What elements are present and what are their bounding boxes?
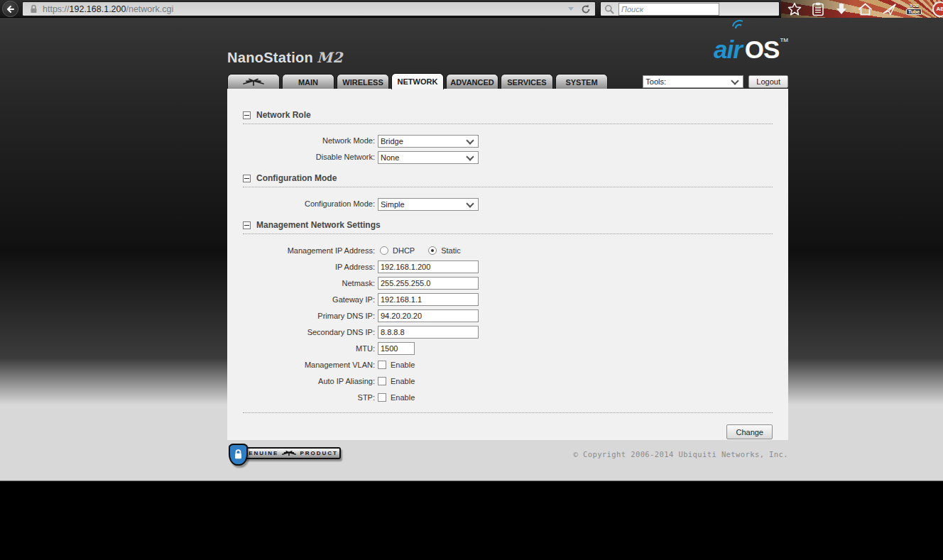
management-ip-mode-row: Management IP Address: DHCP Static	[243, 244, 773, 257]
url-path: /network.cgi	[126, 4, 173, 14]
enable-label: Enable	[391, 393, 415, 402]
stp-checkbox[interactable]	[378, 393, 386, 402]
configuration-mode-select-wrap: Simple	[378, 197, 479, 211]
auto-ip-aliasing-row: Auto IP Aliasing: Enable	[243, 375, 773, 388]
section-network-role-header: Network Role	[243, 110, 773, 124]
field-label: Gateway IP:	[243, 295, 375, 304]
enable-label: Enable	[391, 377, 415, 385]
field-label: Netmask:	[243, 279, 375, 287]
network-mode-select[interactable]: Bridge	[378, 135, 479, 148]
auto-ip-aliasing-checkbox[interactable]	[378, 377, 386, 385]
field-label: Secondary DNS IP:	[243, 328, 375, 336]
tools-select[interactable]: Tools:	[643, 75, 743, 88]
disable-network-row: Disable Network: None	[243, 150, 773, 163]
disable-network-select[interactable]: None	[378, 151, 479, 164]
bookmark-star-icon[interactable]	[787, 2, 802, 16]
dhcp-radio[interactable]	[380, 246, 388, 255]
tab-wireless[interactable]: WIRELESS	[337, 74, 389, 89]
youtube-icon[interactable]: You Tube	[906, 3, 922, 15]
mtu-input[interactable]	[378, 342, 415, 355]
bookmarks-list-icon[interactable]	[811, 2, 825, 16]
address-bar[interactable]: https://192.168.1.200/network.cgi	[22, 1, 596, 16]
tab-advanced[interactable]: ADVANCED	[446, 74, 498, 89]
section-title: Configuration Mode	[256, 173, 337, 183]
tab-label: SYSTEM	[565, 78, 597, 87]
device-title: NanoStationM2	[227, 49, 343, 66]
field-label: STP:	[243, 393, 375, 402]
url-scheme: https://	[43, 4, 70, 14]
field-label: Management VLAN:	[243, 361, 375, 369]
page-background: NanoStationM2 air OS TM MAIN WIRELESS NE…	[0, 18, 943, 560]
netmask-input[interactable]	[378, 277, 479, 290]
tools-row: Tools: Logout	[643, 75, 788, 88]
tools-select-wrap: Tools:	[643, 75, 743, 88]
tab-label: MAIN	[298, 78, 318, 87]
static-radio-label: Static	[441, 246, 461, 255]
chevron-down-icon[interactable]	[568, 7, 574, 11]
field-label: Management IP Address:	[243, 246, 375, 255]
tab-label: WIRELESS	[342, 78, 383, 87]
collapse-icon[interactable]	[243, 175, 251, 182]
url-text: https://192.168.1.200/network.cgi	[43, 4, 173, 14]
static-radio[interactable]	[428, 246, 437, 255]
section-management-header: Management Network Settings	[243, 220, 773, 234]
field-label: Network Mode:	[243, 136, 375, 145]
field-label: Auto IP Aliasing:	[243, 377, 375, 385]
management-vlan-row: Management VLAN: Enable	[243, 358, 773, 371]
airos-logo-tm: TM	[780, 37, 788, 43]
tab-services[interactable]: SERVICES	[501, 74, 553, 89]
tab-label: NETWORK	[398, 77, 438, 86]
field-label: Configuration Mode:	[243, 199, 375, 208]
ip-address-input[interactable]	[378, 260, 479, 273]
collapse-icon[interactable]	[243, 111, 251, 119]
change-button[interactable]: Change	[726, 424, 773, 439]
gateway-row: Gateway IP:	[243, 293, 773, 306]
pocket-plane-icon[interactable]	[882, 2, 897, 16]
secondary-dns-input[interactable]	[378, 326, 479, 339]
stp-row: STP: Enable	[243, 391, 773, 404]
adblock-icon[interactable]: AB	[932, 1, 943, 17]
copyright-text: © Copyright 2006-2014 Ubiquiti Networks,…	[574, 450, 788, 459]
configuration-mode-row: Configuration Mode: Simple	[243, 197, 773, 210]
magnifier-icon	[604, 4, 614, 14]
airos-logo-os: OS	[745, 35, 780, 64]
disable-network-select-wrap: None	[378, 150, 479, 164]
toolbar-icon-strip: You Tube AB	[781, 0, 943, 18]
mtu-row: MTU:	[243, 342, 773, 355]
download-arrow-icon[interactable]	[834, 2, 849, 16]
search-bar[interactable]	[600, 1, 780, 16]
field-label: MTU:	[243, 344, 375, 353]
padlock-icon	[30, 4, 38, 13]
tab-ubiquiti-logo[interactable]	[227, 74, 280, 89]
tab-system[interactable]: SYSTEM	[555, 74, 608, 89]
gateway-ip-input[interactable]	[378, 293, 479, 306]
home-icon[interactable]	[858, 2, 873, 16]
configuration-mode-select[interactable]: Simple	[378, 198, 479, 211]
netmask-row: Netmask:	[243, 277, 773, 290]
search-input[interactable]	[618, 3, 719, 16]
ip-address-row: IP Address:	[243, 260, 773, 273]
ubiquiti-antenna-icon	[241, 77, 266, 87]
genuine-product-badge: GENUINE PRODUCT	[229, 444, 344, 466]
url-host: 192.168.1.200	[70, 4, 126, 14]
field-label: Disable Network:	[243, 153, 375, 161]
collapse-icon[interactable]	[243, 221, 251, 229]
badge-word-genuine: GENUINE	[243, 450, 278, 456]
logout-button[interactable]: Logout	[748, 75, 788, 88]
primary-dns-input[interactable]	[378, 309, 479, 322]
tab-label: SERVICES	[507, 78, 546, 87]
airos-logo-air: air	[714, 35, 745, 64]
reload-icon[interactable]	[581, 4, 591, 14]
dhcp-radio-label: DHCP	[393, 246, 415, 255]
airos-app: NanoStationM2 air OS TM MAIN WIRELESS NE…	[227, 18, 788, 560]
tab-main[interactable]: MAIN	[282, 74, 334, 89]
device-model: M2	[317, 49, 343, 66]
section-title: Management Network Settings	[256, 220, 381, 230]
youtube-icon-top: You	[910, 3, 919, 8]
management-vlan-checkbox[interactable]	[378, 361, 386, 369]
enable-label: Enable	[391, 361, 415, 369]
bottom-divider	[243, 412, 773, 413]
network-settings-panel: Network Role Network Mode: Bridge Disabl…	[227, 89, 788, 440]
back-button[interactable]	[2, 1, 18, 17]
tab-network[interactable]: NETWORK	[391, 73, 444, 89]
